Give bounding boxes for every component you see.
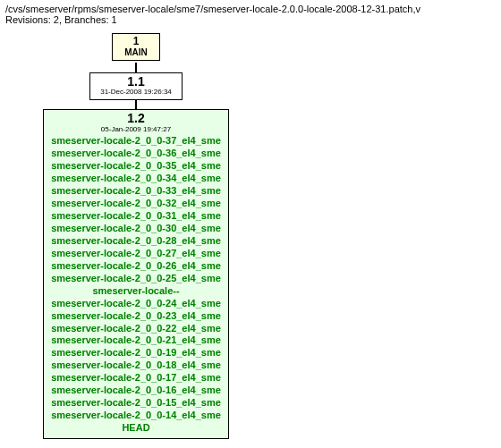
tag-label: smeserver-locale-2_0_0-19_el4_sme bbox=[47, 347, 225, 359]
revision-summary: Revisions: 2, Branches: 1 bbox=[0, 14, 501, 30]
tag-label: smeserver-locale-2_0_0-15_el4_sme bbox=[47, 397, 225, 410]
tag-label: HEAD bbox=[47, 422, 225, 435]
branch-node-main[interactable]: 1 MAIN bbox=[112, 33, 160, 61]
tag-label: smeserver-locale-2_0_0-33_el4_sme bbox=[47, 185, 225, 198]
tag-label: smeserver-locale-2_0_0-34_el4_sme bbox=[47, 173, 225, 185]
tag-label: smeserver-locale-2_0_0-25_el4_sme bbox=[47, 273, 225, 285]
tag-label: smeserver-locale-2_0_0-28_el4_sme bbox=[47, 235, 225, 248]
tag-label: smeserver-locale-2_0_0-30_el4_sme bbox=[47, 223, 225, 235]
tag-label: smeserver-locale-2_0_0-22_el4_sme bbox=[47, 323, 225, 335]
tag-label: smeserver-locale-2_0_0-26_el4_sme bbox=[47, 260, 225, 273]
tag-label: smeserver-locale-2_0_0-14_el4_sme bbox=[47, 410, 225, 422]
tag-label: smeserver-locale-2_0_0-35_el4_sme bbox=[47, 160, 225, 173]
tag-label: smeserver-locale-2_0_0-37_el4_sme bbox=[47, 135, 225, 148]
revision-date: 05-Jan-2009 19:47:27 bbox=[47, 125, 225, 134]
branch-label: MAIN bbox=[113, 47, 159, 57]
tag-label: smeserver-locale-2_0_0-23_el4_sme bbox=[47, 310, 225, 323]
file-path: /cvs/smeserver/rpms/smeserver-locale/sme… bbox=[0, 0, 501, 14]
revision-number: 1.2 bbox=[47, 112, 225, 125]
tag-label: smeserver-locale-2_0_0-21_el4_sme bbox=[47, 334, 225, 347]
tag-label: smeserver-locale-2_0_0-27_el4_sme bbox=[47, 248, 225, 260]
revision-node-1-1[interactable]: 1.1 31-Dec-2008 19:26:34 bbox=[89, 72, 183, 100]
tag-label: smeserver-locale-2_0_0-32_el4_sme bbox=[47, 198, 225, 210]
revision-graph: 1 MAIN 1.1 31-Dec-2008 19:26:34 1.2 05-J… bbox=[0, 30, 501, 444]
tag-label: smeserver-locale-2_0_0-17_el4_sme bbox=[47, 372, 225, 385]
tag-label: smeserver-locale-- bbox=[47, 285, 225, 298]
branch-number: 1 bbox=[113, 36, 159, 47]
tag-label: smeserver-locale-2_0_0-31_el4_sme bbox=[47, 210, 225, 223]
tag-label: smeserver-locale-2_0_0-18_el4_sme bbox=[47, 359, 225, 372]
tag-label: smeserver-locale-2_0_0-24_el4_sme bbox=[47, 298, 225, 310]
revision-number: 1.1 bbox=[90, 75, 182, 89]
revision-node-1-2[interactable]: 1.2 05-Jan-2009 19:47:27 smeserver-local… bbox=[43, 109, 229, 439]
revision-date: 31-Dec-2008 19:26:34 bbox=[90, 89, 182, 97]
tag-label: smeserver-locale-2_0_0-16_el4_sme bbox=[47, 385, 225, 397]
tag-label: smeserver-locale-2_0_0-36_el4_sme bbox=[47, 148, 225, 160]
connector-line bbox=[135, 63, 137, 72]
